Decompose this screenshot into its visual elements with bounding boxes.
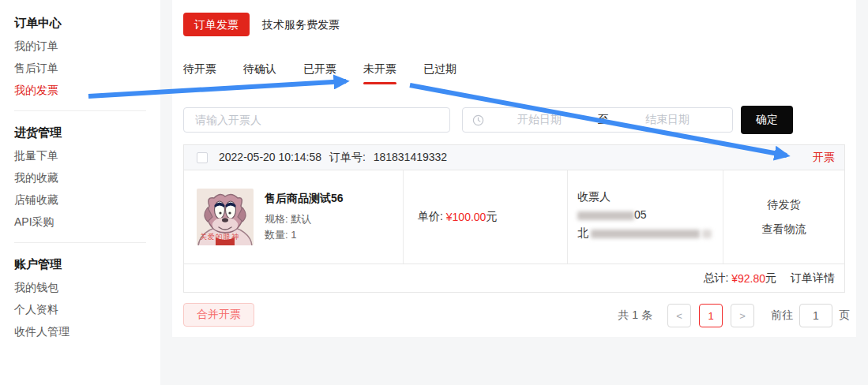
order-card-header: 2022-05-20 10:14:58 订单号: 181831419332 开票: [184, 145, 844, 170]
tab-pending-invoice[interactable]: 待开票: [183, 62, 216, 84]
chevron-right-icon: >: [739, 310, 746, 322]
order-card-body: 关爱的眼神 售后商品测试56 规格: 默认 数量: 1 单价: ¥100.00元…: [184, 170, 844, 264]
shipping-status: 待发货: [768, 198, 801, 212]
sidebar-group-order-center: 订单中心: [14, 11, 160, 35]
masked-phone-block: [577, 211, 634, 220]
sidebar-item-profile[interactable]: 个人资料: [14, 298, 160, 320]
sidebar-item-my-wallet[interactable]: 我的钱包: [14, 276, 160, 298]
unit-price-label: 单价:: [418, 210, 443, 224]
sidebar-item-my-invoices[interactable]: 我的发票: [14, 79, 160, 101]
order-no-label: 订单号:: [329, 151, 366, 163]
order-invoice-type-button[interactable]: 订单发票: [183, 13, 250, 36]
tab-not-invoiced[interactable]: 未开票: [363, 62, 396, 84]
price-column: 单价: ¥100.00元: [404, 170, 568, 264]
tab-expired[interactable]: 已过期: [423, 62, 457, 84]
image-watermark-text: 关爱的眼神: [200, 232, 239, 242]
order-card: 2022-05-20 10:14:58 订单号: 181831419332 开票: [183, 144, 845, 293]
pagination: 共 1 条 < 1 > 前往 页: [618, 304, 850, 327]
masked-address-block: [591, 230, 700, 238]
sidebar-divider: [14, 110, 146, 111]
product-qty: 数量: 1: [265, 227, 344, 243]
view-logistics-link[interactable]: 查看物流: [762, 222, 806, 237]
sidebar-item-bulk-order[interactable]: 批量下单: [14, 144, 160, 166]
chevron-left-icon: <: [676, 310, 682, 322]
sidebar-item-my-orders[interactable]: 我的订单: [14, 35, 160, 57]
receiver-phone-masked: 05: [577, 206, 715, 224]
sidebar-item-shop-favorites[interactable]: 店铺收藏: [14, 189, 160, 211]
unit-price-unit: 元: [486, 210, 497, 224]
tab-invoiced[interactable]: 已开票: [303, 62, 336, 84]
phone-visible-suffix: 05: [634, 208, 647, 221]
sidebar-item-aftersale-orders[interactable]: 售后订单: [14, 57, 160, 79]
total-label: 总计:: [703, 271, 728, 286]
order-select-checkbox[interactable]: [197, 152, 208, 163]
unit-price-value: 100.00: [453, 211, 487, 223]
currency-symbol: ¥: [446, 211, 453, 223]
product-spec: 规格: 默认: [265, 211, 344, 227]
prev-page-button[interactable]: <: [667, 304, 691, 327]
clock-icon: [472, 114, 484, 126]
sidebar-group-account: 账户管理: [14, 252, 160, 276]
goto-page-label: 前往: [771, 308, 793, 323]
date-range-picker[interactable]: 开始日期 至 结束日期: [462, 107, 733, 133]
order-detail-link[interactable]: 订单详情: [791, 271, 835, 286]
tech-service-invoice-type-button[interactable]: 技术服务费发票: [251, 13, 351, 36]
total-value: 92.80: [738, 272, 765, 285]
status-column: 待发货 查看物流: [723, 170, 844, 264]
goto-page-input[interactable]: [799, 304, 832, 327]
product-image-cartoon-dog[interactable]: 关爱的眼神: [197, 189, 254, 245]
sidebar-group-purchase: 进货管理: [14, 121, 160, 144]
invoice-panel: 订单发票 技术服务费发票 待开票 待确认 已开票 未开票 已过期 开始日期 至 …: [172, 0, 856, 337]
total-count: 共 1 条: [618, 308, 652, 323]
date-range-separator: 至: [595, 113, 612, 127]
masked-address-tail: [702, 230, 712, 238]
order-datetime: 2022-05-20 10:14:58: [219, 151, 321, 163]
start-date-placeholder: 开始日期: [484, 113, 595, 127]
order-card-footer: 总计: ¥92.80元 订单详情: [184, 264, 844, 292]
end-date-placeholder: 结束日期: [612, 113, 723, 127]
receiver-title: 收票人: [577, 188, 715, 206]
confirm-filter-button[interactable]: 确定: [741, 106, 793, 134]
product-name[interactable]: 售后商品测试56: [265, 192, 344, 206]
total-unit: 元: [765, 271, 776, 286]
receiver-column: 收票人 05 北: [568, 170, 723, 264]
tab-pending-confirm[interactable]: 待确认: [243, 62, 276, 84]
order-no: 181831419332: [374, 151, 447, 163]
sidebar-item-my-favorites[interactable]: 我的收藏: [14, 166, 160, 189]
receiver-address-masked: 北: [577, 224, 715, 242]
product-column: 关爱的眼神 售后商品测试56 规格: 默认 数量: 1: [184, 170, 404, 264]
invoice-status-tabs: 待开票 待确认 已开票 未开票 已过期: [183, 62, 457, 84]
sidebar: 订单中心 我的订单 售后订单 我的发票 进货管理 批量下单 我的收藏 店铺收藏 …: [0, 0, 160, 385]
page-unit-label: 页: [839, 308, 850, 323]
invoice-payer-search-input[interactable]: [183, 107, 450, 133]
sidebar-item-api-purchase[interactable]: API采购: [14, 211, 160, 233]
page-number-button[interactable]: 1: [699, 304, 723, 327]
sidebar-item-recipient-mgmt[interactable]: 收件人管理: [14, 320, 160, 342]
merge-invoice-button[interactable]: 合并开票: [183, 303, 254, 327]
next-page-button[interactable]: >: [731, 304, 754, 327]
address-visible-prefix: 北: [577, 226, 588, 239]
open-invoice-link[interactable]: 开票: [813, 151, 835, 165]
product-info: 售后商品测试56 规格: 默认 数量: 1: [265, 192, 344, 243]
sidebar-divider: [14, 242, 146, 243]
total-currency-symbol: ¥: [731, 272, 738, 285]
order-meta: 2022-05-20 10:14:58 订单号: 181831419332: [219, 151, 452, 165]
